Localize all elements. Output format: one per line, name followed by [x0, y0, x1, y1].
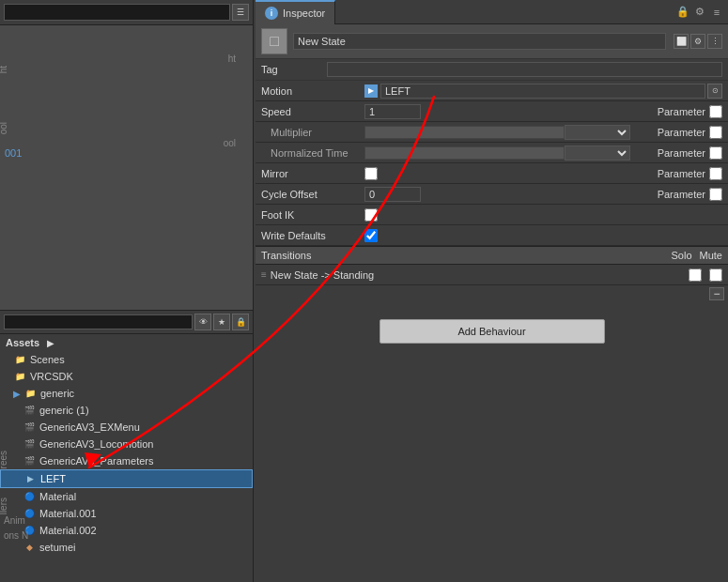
- mirror-label: Mirror: [261, 168, 364, 179]
- param-checkbox-speed[interactable]: [709, 105, 722, 118]
- asset-name: GenericAV3_EXMenu: [39, 421, 140, 433]
- list-item[interactable]: 🎬 GenericAV3_EXMenu: [0, 419, 253, 436]
- more-icon[interactable]: ⋮: [707, 34, 722, 49]
- folder-icon: 📁: [23, 387, 37, 400]
- normalized-slider[interactable]: [364, 146, 565, 160]
- foot-ik-checkbox[interactable]: [364, 208, 378, 222]
- param-check-label-norm: Parameter: [630, 147, 705, 159]
- list-item[interactable]: 🎬 GenericAV3_Parameters: [0, 452, 253, 469]
- multiplier-dropdown[interactable]: [565, 125, 630, 140]
- mirror-checkbox[interactable]: [364, 167, 378, 180]
- tag-input[interactable]: [327, 62, 722, 77]
- transition-handle-icon: ≡: [261, 269, 267, 280]
- speed-input[interactable]: [364, 104, 421, 119]
- list-item-selected[interactable]: ▶ LEFT: [0, 469, 253, 488]
- list-item[interactable]: 🎬 generic (1): [0, 402, 253, 419]
- assets-arrow: ▶: [47, 338, 54, 348]
- file-icon: ▶: [23, 472, 37, 485]
- multiplier-row: Multiplier Parameter: [256, 122, 728, 143]
- asset-name: generic (1): [39, 405, 89, 416]
- multiplier-slider[interactable]: [364, 126, 565, 139]
- motion-input[interactable]: [380, 84, 705, 99]
- multiplier-label: Multiplier: [261, 127, 364, 138]
- tab-inspector[interactable]: i Inspector: [256, 0, 335, 24]
- asset-name: setumei: [39, 542, 76, 553]
- tab-label: Inspector: [283, 8, 325, 19]
- transition-mute-checkbox[interactable]: [709, 268, 722, 282]
- list-item[interactable]: 🔵 Material: [0, 488, 253, 505]
- transitions-label: Transitions: [261, 250, 664, 261]
- param-checkbox-norm[interactable]: [709, 146, 722, 160]
- asset-name: Scenes: [30, 354, 65, 365]
- inspector-panel: i Inspector 🔒 ⚙ ≡ □ ⬜ ⚙ ⋮ Tag Motion ▶: [256, 0, 728, 582]
- ht-vert-label: ht: [0, 66, 8, 73]
- mirror-value-area: [364, 167, 630, 180]
- motion-field: ▶: [364, 84, 705, 99]
- header-icons: ⬜ ⚙ ⋮: [672, 34, 722, 49]
- search-input-top[interactable]: [4, 4, 230, 21]
- multiplier-value-area: [364, 125, 630, 140]
- bookmark-icon[interactable]: ⬜: [674, 34, 689, 49]
- normalized-dropdown[interactable]: [565, 146, 630, 161]
- transitions-footer: −: [256, 285, 728, 304]
- solo-label: Solo: [672, 250, 692, 261]
- param-check-label-speed: Parameter: [630, 106, 705, 117]
- left-top-area: ☰ ht ool 001: [0, 0, 254, 310]
- mirror-row: Mirror Parameter: [256, 163, 728, 184]
- write-defaults-checkbox[interactable]: [364, 229, 378, 242]
- settings-icon[interactable]: ⚙: [690, 34, 705, 49]
- list-item[interactable]: 📁 Scenes: [0, 351, 253, 368]
- file-icon: 🎬: [23, 404, 36, 417]
- motion-row: Motion ▶ ⊙: [256, 81, 728, 101]
- motion-icon: ▶: [364, 84, 378, 98]
- normalized-time-row: Normalized Time Parameter: [256, 143, 728, 163]
- speed-row: Speed Parameter: [256, 101, 728, 122]
- write-defaults-row: Write Defaults: [256, 225, 728, 246]
- tag-label: Tag: [261, 64, 327, 75]
- lock-icon-btn[interactable]: 🔒: [232, 314, 249, 330]
- motion-label: Motion: [261, 85, 364, 97]
- asset-name: Material.002: [39, 525, 97, 536]
- asset-name: Material.001: [39, 508, 97, 519]
- param-checkbox-mult[interactable]: [709, 126, 722, 139]
- transition-row[interactable]: ≡ New State -> Standing: [256, 265, 728, 285]
- transition-text: New State -> Standing: [271, 269, 681, 281]
- asset-name: GenericAV3_Locomotion: [39, 438, 153, 450]
- param-checkbox-mirror[interactable]: [709, 167, 722, 180]
- search-input-assets[interactable]: [4, 314, 193, 329]
- asset-name: generic: [40, 388, 74, 399]
- transition-solo-checkbox[interactable]: [689, 268, 702, 282]
- ool-label: ool: [224, 138, 236, 148]
- list-item[interactable]: 📁 VRCSDK: [0, 368, 253, 385]
- asset-name: Material: [39, 491, 76, 502]
- param-check-label-cycle: Parameter: [630, 189, 705, 200]
- star-icon-btn[interactable]: ★: [213, 314, 230, 330]
- ons-n-label: ons N: [4, 530, 28, 541]
- list-item[interactable]: 🎬 GenericAV3_Locomotion: [0, 436, 253, 452]
- state-name-input[interactable]: [293, 33, 666, 50]
- write-defaults-value-area: [364, 229, 722, 242]
- cycle-offset-input[interactable]: [364, 187, 421, 202]
- eye-icon-btn[interactable]: 👁: [194, 314, 211, 330]
- list-item[interactable]: ◆ setumei: [0, 539, 253, 556]
- search-bar-top: ☰: [0, 0, 253, 25]
- menu-tab-btn[interactable]: ≡: [709, 5, 724, 20]
- cycle-offset-label: Cycle Offset: [261, 189, 364, 200]
- folder-icon: 📁: [13, 370, 26, 383]
- settings-tab-btn[interactable]: ⚙: [692, 5, 707, 20]
- param-checkbox-cycle[interactable]: [709, 188, 722, 201]
- motion-dot-btn[interactable]: ⊙: [707, 84, 722, 99]
- left-content-area: ht ool 001: [0, 25, 253, 311]
- lock-tab-btn[interactable]: 🔒: [675, 5, 690, 20]
- list-item[interactable]: 🔵 Material.001: [0, 505, 253, 522]
- anim-label: Anim: [4, 515, 25, 526]
- layout-icon-btn[interactable]: ☰: [232, 4, 249, 21]
- file-icon: 🎬: [23, 421, 36, 434]
- remove-transition-btn[interactable]: −: [709, 287, 724, 300]
- list-item[interactable]: ▶ 📁 generic: [0, 385, 253, 402]
- foot-ik-label: Foot IK: [261, 209, 364, 221]
- add-behaviour-button[interactable]: Add Behaviour: [379, 319, 605, 344]
- list-item[interactable]: 🔵 Material.002: [0, 522, 253, 539]
- state-icon: □: [261, 28, 287, 54]
- rees-vert-label: rees: [0, 451, 8, 468]
